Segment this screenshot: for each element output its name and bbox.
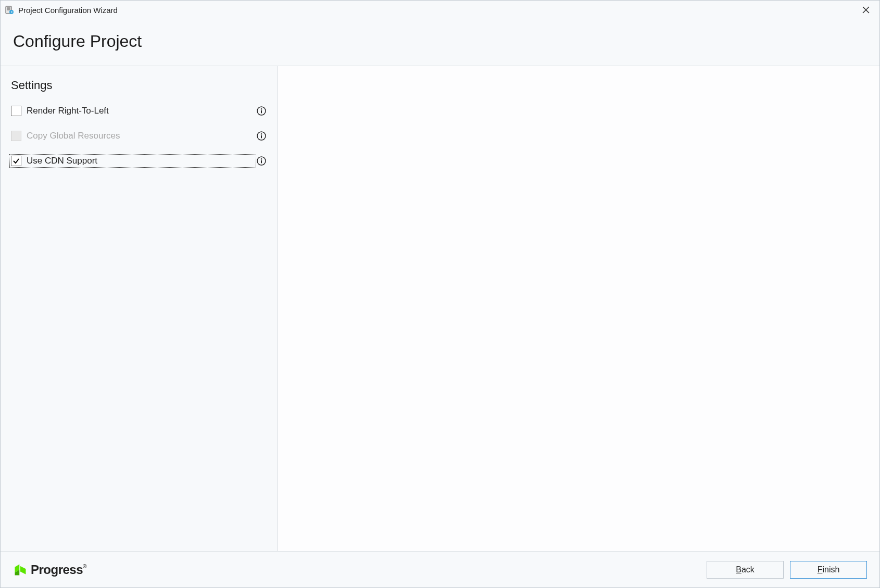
setting-checkbox-wrap: Render Right-To-Left bbox=[11, 106, 256, 116]
checkbox-use-cdn-support[interactable] bbox=[11, 156, 21, 166]
svg-point-11 bbox=[261, 133, 262, 134]
svg-point-14 bbox=[261, 158, 262, 159]
info-icon[interactable] bbox=[256, 131, 267, 141]
finish-button[interactable]: Finish bbox=[790, 561, 867, 579]
setting-checkbox-wrap: Copy Global Resources bbox=[11, 131, 256, 141]
info-icon[interactable] bbox=[256, 106, 267, 116]
brand-name: Progress® bbox=[31, 562, 86, 577]
footer: Progress® Back Finish bbox=[1, 551, 879, 587]
svg-rect-9 bbox=[261, 110, 262, 114]
info-icon[interactable] bbox=[256, 156, 267, 166]
progress-logo-icon bbox=[13, 562, 28, 577]
setting-row-use-cdn-support: Use CDN Support bbox=[11, 153, 267, 169]
settings-heading: Settings bbox=[11, 79, 267, 92]
titlebar: Project Configuration Wizard bbox=[1, 1, 879, 19]
page-title: Configure Project bbox=[13, 32, 867, 51]
setting-row-copy-global-resources: Copy Global Resources bbox=[11, 128, 267, 144]
main-panel bbox=[278, 66, 879, 551]
checkbox-render-rtl[interactable] bbox=[11, 106, 21, 116]
settings-panel: Settings Render Right-To-Left bbox=[1, 66, 278, 551]
svg-rect-12 bbox=[261, 135, 262, 139]
content-area: Settings Render Right-To-Left bbox=[1, 66, 879, 551]
close-button[interactable] bbox=[857, 1, 875, 19]
setting-label: Copy Global Resources bbox=[27, 131, 120, 141]
footer-buttons: Back Finish bbox=[707, 561, 867, 579]
setting-label: Use CDN Support bbox=[27, 156, 97, 166]
wizard-window: Project Configuration Wizard Configure P… bbox=[0, 0, 880, 588]
app-icon bbox=[5, 5, 14, 15]
brand-logo: Progress® bbox=[13, 562, 707, 577]
setting-row-render-rtl: Render Right-To-Left bbox=[11, 103, 267, 119]
svg-point-8 bbox=[261, 108, 262, 109]
window-title: Project Configuration Wizard bbox=[18, 6, 857, 15]
setting-checkbox-wrap: Use CDN Support bbox=[9, 154, 256, 168]
back-button[interactable]: Back bbox=[707, 561, 784, 579]
close-icon bbox=[862, 6, 870, 14]
checkmark-icon bbox=[12, 157, 20, 165]
page-header: Configure Project bbox=[1, 19, 879, 66]
svg-rect-15 bbox=[261, 160, 262, 164]
checkbox-copy-global-resources bbox=[11, 131, 21, 141]
setting-label: Render Right-To-Left bbox=[27, 106, 109, 116]
